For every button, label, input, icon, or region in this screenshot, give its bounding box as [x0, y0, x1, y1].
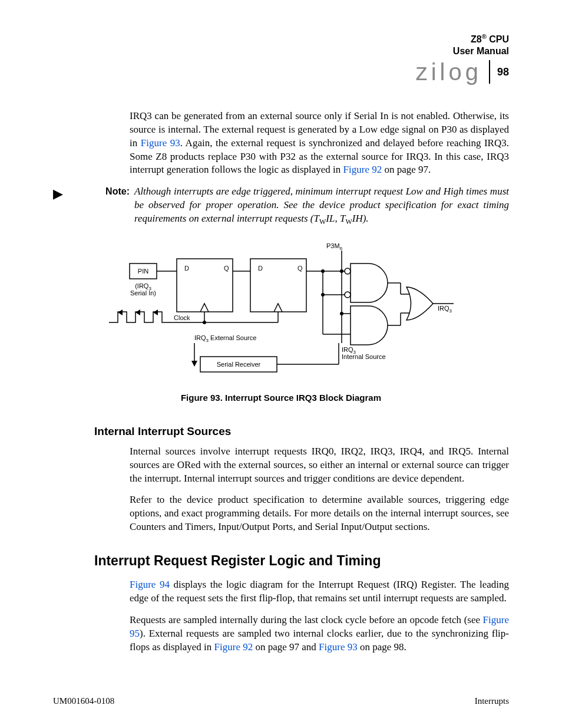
note-block: ▶ Note: Although interrupts are edge tri… — [53, 185, 509, 226]
paragraph-5: Requests are sampled internally during t… — [130, 614, 509, 654]
reg-symbol: ® — [482, 33, 487, 40]
svg-marker-35 — [191, 361, 197, 367]
footer-left: UM001604-0108 — [53, 695, 114, 707]
svg-point-11 — [345, 292, 351, 298]
note-c: IH). — [352, 213, 369, 224]
svg-point-10 — [345, 268, 351, 274]
para1-c: on page 97. — [382, 164, 431, 175]
para5-d: on page 98. — [358, 641, 406, 653]
zilog-logo: zilog — [416, 60, 490, 84]
label-q1: Q — [224, 265, 229, 272]
page-footer: UM001604-0108 Interrupts — [53, 695, 509, 707]
label-ext-src: IRQ3 External Source — [194, 334, 256, 343]
xref-figure-93-b[interactable]: Figure 93 — [319, 641, 358, 653]
paragraph-4: Figure 94 displays the logic diagram for… — [130, 578, 509, 605]
svg-point-33 — [203, 321, 206, 324]
para1-b: . Again, the external request is synchro… — [130, 137, 509, 176]
header-line2: User Manual — [453, 46, 509, 56]
para5-a: Requests are sampled internally during t… — [130, 614, 483, 625]
label-d2: D — [258, 265, 263, 272]
paragraph-2: Internal sources involve interrupt reque… — [130, 445, 509, 486]
para4-a: displays the logic diagram for the Inter… — [130, 579, 509, 604]
header-line1-suffix: CPU — [487, 34, 509, 44]
label-q2: Q — [297, 265, 303, 272]
label-d1: D — [184, 265, 189, 272]
label-int-src-l2: Internal Source — [342, 353, 386, 360]
note-b: IL, T — [326, 213, 345, 224]
heading-irq-register-logic: Interrupt Request Register Logic and Tim… — [94, 552, 509, 570]
svg-marker-27 — [135, 309, 140, 315]
svg-point-16 — [340, 312, 343, 315]
figure-93-caption: Figure 93. Interrupt Source IRQ3 Block D… — [53, 392, 509, 404]
note-label: Note: — [77, 185, 134, 226]
para5-c: on page 97 and — [253, 641, 319, 653]
xref-figure-92[interactable]: Figure 92 — [343, 164, 382, 175]
label-serialin-l2: Serial In) — [130, 289, 156, 297]
label-pin: PIN — [138, 268, 148, 275]
label-p3m6: P3M6 — [326, 242, 343, 251]
paragraph-3: Refer to the device product specificatio… — [130, 493, 509, 534]
label-output: IRQ3 — [438, 305, 452, 314]
page-header: Z8® CPU User Manual zilog 98 — [53, 33, 509, 84]
footer-right: Interrupts — [475, 695, 509, 707]
svg-point-14 — [321, 293, 325, 297]
svg-marker-28 — [153, 309, 158, 315]
page-number: 98 — [497, 65, 509, 79]
note-sub2: W — [345, 218, 352, 226]
figure-93-diagram: PIN (IRQ3 Serial In) D Q D Q — [106, 240, 509, 383]
label-serial-rx: Serial Receiver — [217, 361, 261, 368]
note-sub1: W — [319, 218, 326, 226]
xref-figure-92-b[interactable]: Figure 92 — [214, 641, 253, 653]
note-body: Although interrupts are edge triggered, … — [134, 185, 509, 226]
subheading-internal-interrupt-sources: Internal Interrupt Sources — [94, 424, 509, 439]
svg-marker-26 — [118, 309, 123, 315]
header-line1: Z8 — [471, 34, 482, 44]
note-caret-icon: ▶ — [53, 185, 77, 226]
xref-figure-93[interactable]: Figure 93 — [141, 137, 180, 149]
paragraph-1: IRQ3 can be generated from an external s… — [130, 110, 509, 177]
label-clock: Clock — [174, 314, 190, 321]
xref-figure-94[interactable]: Figure 94 — [130, 579, 170, 590]
